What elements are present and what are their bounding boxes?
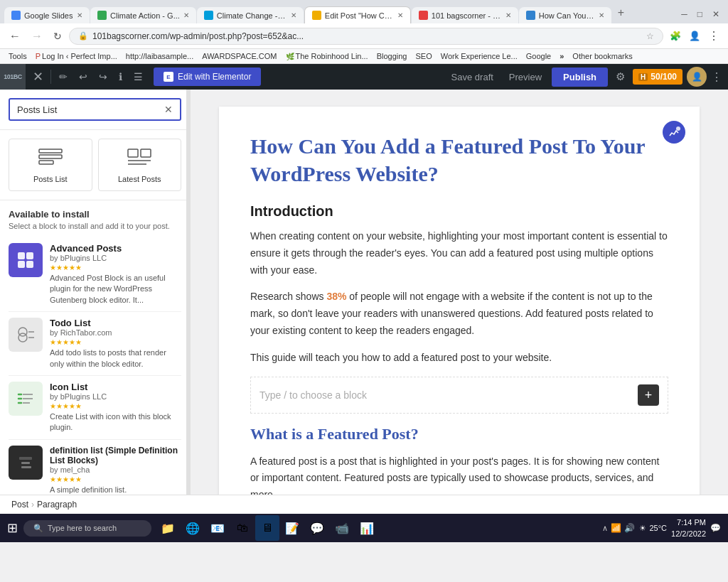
taskbar-app-store[interactable]: 🛍 — [230, 515, 255, 541]
plugin-desc: Advanced Post Block is an useful plugin … — [50, 273, 181, 306]
redo-button[interactable]: ↪ — [95, 69, 111, 85]
taskbar-clock[interactable]: 7:14 PM 12/2/2022 — [671, 517, 706, 540]
taskbar-wifi-icon[interactable]: 📶 — [611, 523, 621, 533]
plugin-item-definition-list[interactable]: definition list (Simple Definition List … — [9, 440, 181, 495]
browser-maximize[interactable]: □ — [693, 8, 707, 21]
bookmark-other-label[interactable]: Other bookmarks — [569, 50, 635, 62]
tab-close-icon[interactable]: ✕ — [291, 11, 296, 19]
bookmark-google[interactable]: Google — [523, 50, 554, 62]
svg-point-26 — [676, 126, 680, 131]
wp-admin-bar: 101BC ✕ ✏ ↩ ↪ ℹ ☰ E Edit with Elementor … — [0, 64, 728, 90]
taskbar-app-file-explorer[interactable]: 📁 — [156, 515, 180, 541]
editor-layout: ✕ Posts List — [0, 90, 728, 495]
intro-p3: This guide will teach you how to add a f… — [250, 350, 668, 367]
settings-button[interactable]: ⚙ — [612, 68, 628, 85]
more-options-wp-button[interactable]: ⋮ — [711, 70, 722, 84]
taskbar-app-code[interactable]: 🖥 — [255, 515, 279, 541]
tab-close-icon[interactable]: ✕ — [183, 11, 189, 19]
taskbar-app-browser[interactable]: 🌐 — [181, 515, 205, 541]
clock-date: 12/2/2022 — [671, 528, 706, 540]
taskbar-weather[interactable]: ☀ 25°C — [639, 524, 667, 533]
breadcrumb-paragraph[interactable]: Paragraph — [37, 500, 77, 510]
taskbar-app-word[interactable]: 📝 — [280, 515, 304, 541]
tab-close-icon[interactable]: ✕ — [599, 11, 604, 19]
bookmark-work-exp[interactable]: Work Experience Le... — [438, 50, 520, 62]
tab-close-icon[interactable]: ✕ — [77, 11, 82, 19]
tab-how-can[interactable]: How Can You Add... ✕ — [519, 7, 611, 23]
breadcrumb-bar: Post › Paragraph — [0, 495, 728, 514]
plugin-item-todo-list[interactable]: Todo List by RichTabor.com ★★★★★ Add tod… — [9, 312, 181, 376]
search-box[interactable]: ✕ — [9, 98, 181, 121]
plugin-item-icon-list[interactable]: Icon List by bPlugins LLC ★★★★★ Create L… — [9, 376, 181, 440]
posts-list-block[interactable]: Posts List — [9, 139, 92, 191]
profile-button[interactable]: 👤 — [686, 28, 703, 43]
add-block-button[interactable]: + — [638, 384, 659, 406]
list-view-button[interactable]: ☰ — [130, 69, 146, 85]
taskbar-notification-icon[interactable]: 💬 — [710, 523, 721, 533]
wp-logo[interactable]: 101BC — [0, 64, 26, 90]
address-bar[interactable]: 🔒 101bagscorner.com/wp-admin/post.php?po… — [69, 28, 663, 45]
browser-minimize[interactable]: ─ — [677, 8, 692, 21]
taskbar-volume-icon[interactable]: 🔊 — [624, 523, 635, 533]
tab-bags-corner[interactable]: 101 bagscorner - C... ✕ — [412, 7, 518, 23]
elementor-icon: E — [164, 72, 173, 82]
bookmark-laiba[interactable]: http://laibasample... — [123, 50, 196, 62]
start-button[interactable]: ⊞ — [3, 517, 22, 539]
svg-rect-1 — [39, 155, 62, 158]
breadcrumb-post[interactable]: Post — [11, 500, 28, 510]
bookmark-awardspace[interactable]: AWARDSPACE.COM — [199, 50, 279, 62]
bookmark-blogging[interactable]: Blogging — [374, 50, 410, 62]
new-tab-button[interactable]: + — [612, 4, 630, 22]
avatar-button[interactable]: 👤 — [687, 67, 707, 87]
tab-close-icon[interactable]: ✕ — [397, 11, 403, 19]
tab-google-slides[interactable]: Google Slides ✕ — [4, 7, 90, 23]
bookmark-seo[interactable]: SEO — [413, 50, 435, 62]
taskbar-app-email[interactable]: 📧 — [205, 515, 230, 541]
tab-climate-action[interactable]: Climate Action - G... ✕ — [90, 7, 196, 23]
bookmark-tools[interactable]: Tools — [6, 50, 30, 62]
save-draft-button[interactable]: Save draft — [446, 70, 499, 85]
search-clear-icon[interactable]: ✕ — [164, 104, 173, 115]
extensions-button[interactable]: 🧩 — [667, 28, 684, 43]
resize-handle[interactable] — [186, 90, 190, 495]
browser-close[interactable]: ✕ — [708, 8, 724, 21]
edit-elementor-button[interactable]: E Edit with Elementor — [154, 68, 261, 86]
bookmark-robinhood[interactable]: 🌿The Robinhood Lin... — [283, 50, 371, 62]
type-block[interactable]: Type / to choose a block + — [250, 377, 668, 414]
plugin-author: by RichTabor.com — [50, 328, 181, 337]
plugin-name: Todo List — [50, 318, 181, 328]
wp-tool-icon[interactable]: ✏ — [55, 69, 71, 85]
taskbar-up-arrow-icon[interactable]: ∧ — [602, 524, 608, 533]
publish-button[interactable]: Publish — [552, 68, 608, 87]
taskbar-search-box[interactable]: 🔍 Type here to search — [23, 520, 151, 537]
tab-edit-post[interactable]: Edit Post "How Ca... ✕ — [304, 6, 411, 23]
taskbar-app-whatsapp[interactable]: 💬 — [305, 515, 329, 541]
taskbar-app-zoom[interactable]: 📹 — [330, 515, 354, 541]
reload-button[interactable]: ↻ — [50, 28, 65, 44]
content-toolbar-icon[interactable] — [663, 121, 685, 144]
undo-button[interactable]: ↩ — [75, 69, 91, 85]
forward-button[interactable]: → — [28, 28, 46, 45]
wp-close-button[interactable]: ✕ — [30, 68, 46, 86]
bookmark-other[interactable]: » — [557, 50, 567, 62]
search-input[interactable] — [17, 104, 160, 115]
preview-button[interactable]: Preview — [503, 70, 547, 85]
plugin-name: definition list (Simple Definition List … — [50, 446, 181, 465]
more-options-button[interactable]: ⋮ — [705, 27, 722, 45]
browser-nav-bar: ← → ↻ 🔒 101bagscorner.com/wp-admin/post.… — [0, 23, 728, 49]
taskbar-app-powerpoint[interactable]: 📊 — [355, 515, 379, 541]
taskbar-sys-icons: ∧ 📶 🔊 — [602, 523, 635, 533]
yoast-score-badge[interactable]: H 50/100 — [633, 69, 682, 85]
tab-close-icon[interactable]: ✕ — [505, 11, 511, 19]
bookmark-star-icon[interactable]: ☆ — [646, 31, 654, 41]
edit-elementor-label: Edit with Elementor — [178, 72, 251, 82]
info-button[interactable]: ℹ — [115, 69, 126, 85]
svg-rect-0 — [39, 149, 62, 153]
back-button[interactable]: ← — [6, 28, 24, 45]
plugin-item-advanced-posts[interactable]: Advanced Posts by bPlugins LLC ★★★★★ Adv… — [9, 237, 181, 312]
bookmark-login[interactable]: PLog In ‹ Perfect Imp... — [33, 50, 120, 62]
plugin-name: Icon List — [50, 382, 181, 392]
tab-climate-change[interactable]: Climate Change - L... ✕ — [197, 7, 304, 23]
latest-posts-block[interactable]: Latest Posts — [98, 139, 182, 191]
divider — [50, 70, 51, 84]
